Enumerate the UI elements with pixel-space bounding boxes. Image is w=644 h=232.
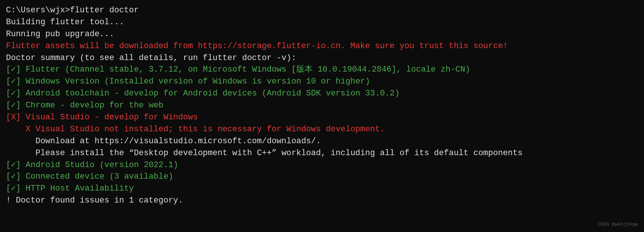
line-device-check: [✓] Connected device (3 available) (6, 171, 638, 183)
line-vs-error2: Download at https://visualstudio.microso… (6, 135, 638, 147)
line-flutter-check: [✓] Flutter (Channel stable, 3.7.12, on … (6, 64, 638, 76)
line-studio-check: [✓] Android Studio (version 2022.1) (6, 159, 638, 171)
line-windows-check: [✓] Windows Version (Installed version o… (6, 76, 638, 88)
line-summary: Doctor summary (to see all details, run … (6, 52, 638, 64)
line-building: Building flutter tool... (6, 16, 638, 28)
line-vs-error1: X Visual Studio not installed; this is n… (6, 123, 638, 135)
line-cmd: C:\Users\wjx>flutter doctor (6, 4, 638, 16)
line-android-check: [✓] Android toolchain - develop for Andr… (6, 88, 638, 100)
terminal-output: C:\Users\wjx>flutter doctor Building flu… (6, 4, 638, 207)
line-http-check: [✓] HTTP Host Availability (6, 183, 638, 195)
line-running: Running pub upgrade... (6, 28, 638, 40)
line-chrome-check: [✓] Chrome - develop for the web (6, 100, 638, 112)
terminal-window: C:\Users\wjx>flutter doctor Building flu… (0, 0, 644, 232)
line-vs-error3: Please install the “Desktop development … (6, 147, 638, 159)
watermark: CSDN @wkxjhngw (597, 221, 638, 228)
line-issues: ! Doctor found issues in 1 category. (6, 195, 638, 207)
line-vs-x: [X] Visual Studio - develop for Windows (6, 112, 638, 123)
line-warning: Flutter assets will be downloaded from h… (6, 40, 638, 52)
